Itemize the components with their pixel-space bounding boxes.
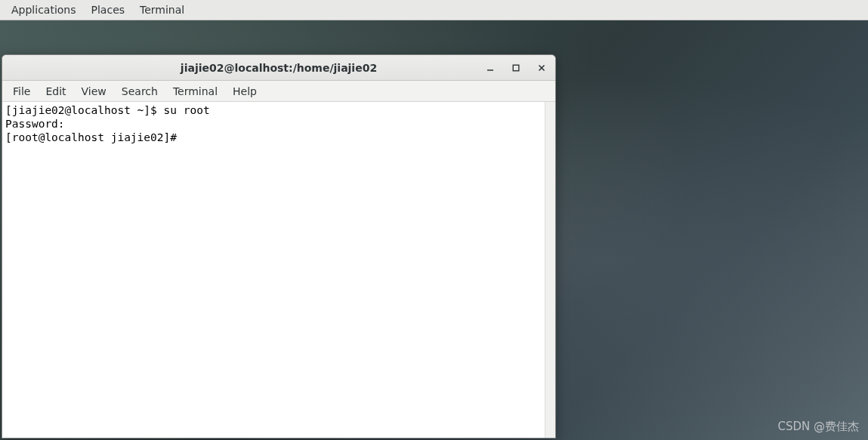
window-controls — [481, 59, 551, 77]
svg-rect-1 — [513, 65, 519, 71]
menu-edit[interactable]: Edit — [38, 82, 73, 100]
menu-view[interactable]: View — [74, 82, 114, 100]
terminal-line: [root@localhost jiajie02]# — [5, 131, 184, 143]
terminal-window: jiajie02@localhost:/home/jiajie02 File E… — [2, 54, 556, 438]
window-titlebar[interactable]: jiajie02@localhost:/home/jiajie02 — [2, 55, 555, 81]
menu-file[interactable]: File — [5, 82, 38, 100]
terminal-line: Password: — [5, 118, 71, 130]
terminal-line: [jiajie02@localhost ~]$ su root — [5, 104, 210, 116]
terminal-content[interactable]: [jiajie02@localhost ~]$ su root Password… — [2, 102, 545, 438]
minimize-icon — [486, 63, 495, 72]
maximize-button[interactable] — [507, 59, 525, 77]
terminal-scrollbar[interactable] — [545, 102, 555, 438]
top-bar-places[interactable]: Places — [91, 4, 125, 16]
menu-terminal[interactable]: Terminal — [165, 82, 225, 100]
top-bar-applications[interactable]: Applications — [11, 4, 76, 16]
terminal-body: [jiajie02@localhost ~]$ su root Password… — [2, 102, 555, 438]
maximize-icon — [511, 63, 520, 72]
terminal-menubar: File Edit View Search Terminal Help — [2, 81, 555, 102]
top-bar-terminal[interactable]: Terminal — [140, 4, 184, 16]
minimize-button[interactable] — [481, 59, 499, 77]
menu-search[interactable]: Search — [114, 82, 165, 100]
watermark: CSDN @费佳杰 — [777, 420, 859, 434]
close-button[interactable] — [533, 59, 551, 77]
close-icon — [537, 63, 546, 72]
menu-help[interactable]: Help — [225, 82, 264, 100]
gnome-top-bar: Applications Places Terminal — [0, 0, 868, 20]
window-title: jiajie02@localhost:/home/jiajie02 — [181, 62, 377, 74]
